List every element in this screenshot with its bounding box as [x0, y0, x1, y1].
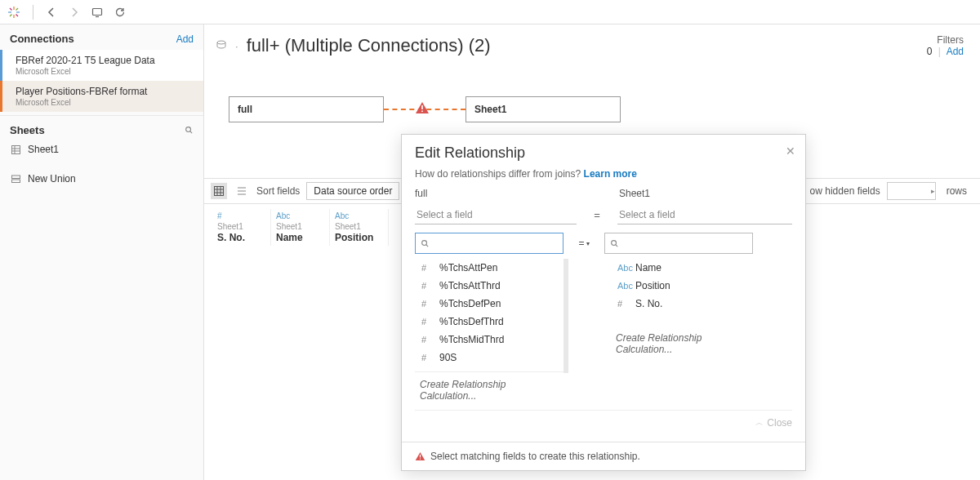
dialog-footer: Select matching fields to create this re… [402, 442, 805, 470]
svg-line-7 [16, 8, 19, 11]
hidden-fields-label: ow hidden fields [810, 185, 880, 197]
search-sheets-icon[interactable] [185, 126, 194, 135]
svg-rect-34 [420, 459, 421, 460]
create-calculation-right[interactable]: Create Relationship Calculation... [611, 326, 760, 358]
rows-label: rows [947, 185, 967, 197]
filters-label: Filters [927, 34, 964, 46]
back-button[interactable] [42, 2, 61, 22]
number-type-icon: # [617, 299, 629, 309]
sheet-item-sheet1[interactable]: Sheet1 [0, 140, 203, 159]
list-item[interactable]: AbcName [611, 259, 760, 277]
table-node-sheet1[interactable]: Sheet1 [466, 96, 621, 122]
create-calculation-left[interactable]: Create Relationship Calculation... [415, 371, 564, 405]
right-field-select[interactable]: Select a field [617, 206, 792, 224]
connection-name: Player Positions-FBRef format [16, 86, 194, 97]
filters-count: 0 [927, 46, 933, 57]
column-name[interactable]: Position [335, 232, 383, 243]
left-search-input[interactable] [430, 238, 558, 249]
number-type-icon: # [421, 263, 433, 273]
learn-more-link[interactable]: Learn more [584, 168, 637, 180]
search-icon [610, 239, 619, 248]
table-node-full[interactable]: full [229, 96, 384, 122]
close-row[interactable]: ︿ Close [415, 410, 792, 432]
datasource-icon [216, 40, 227, 51]
refresh-icon[interactable] [110, 2, 130, 22]
top-toolbar [0, 0, 980, 24]
tableau-logo-icon [7, 5, 21, 20]
add-connection-link[interactable]: Add [176, 33, 194, 45]
sheet-grid-icon [11, 145, 21, 154]
svg-line-6 [10, 14, 12, 16]
svg-rect-20 [421, 111, 423, 113]
filters-add-link[interactable]: Add [947, 46, 964, 57]
forward-button[interactable] [65, 2, 84, 22]
left-table-name: full [415, 188, 578, 199]
sort-order-select[interactable]: Data source order [306, 182, 399, 200]
datasource-title[interactable]: full+ (Multiple Connections) (2) [247, 35, 919, 56]
left-field-select[interactable]: Select a field [415, 206, 577, 224]
edit-relationship-dialog: ✕ Edit Relationship How do relationships… [401, 134, 806, 471]
list-item[interactable]: #90S [415, 349, 564, 367]
new-union-button[interactable]: New Union [0, 169, 203, 189]
grid-view-icon[interactable] [211, 183, 227, 199]
sheets-header: Sheets [0, 115, 203, 140]
column-name[interactable]: S. No. [217, 232, 265, 243]
search-icon [421, 239, 430, 248]
svg-point-18 [217, 41, 225, 44]
footer-warning-text: Select matching fields to create this re… [430, 451, 640, 462]
svg-rect-8 [93, 8, 102, 15]
list-item[interactable]: #%TchsAttPen [415, 259, 564, 277]
connection-type: Microsoft Excel [16, 67, 194, 76]
operator-dropdown[interactable]: =▾ [572, 238, 596, 249]
list-item[interactable]: #S. No. [611, 295, 760, 313]
left-search-box[interactable] [415, 233, 564, 254]
column-sheet: Sheet1 [217, 222, 265, 231]
connection-item-fbref[interactable]: FBRef 2020-21 T5 League Data Microsoft E… [0, 50, 203, 81]
right-search-box[interactable] [604, 233, 753, 254]
number-type-icon: # [421, 299, 433, 309]
list-item[interactable]: AbcPosition [611, 277, 760, 295]
sheet-label: Sheet1 [28, 144, 59, 155]
svg-rect-12 [12, 145, 20, 153]
dot-indicator: · [235, 40, 238, 52]
string-type-icon: Abc [617, 263, 629, 273]
screen-icon[interactable] [87, 2, 107, 22]
string-type-icon: Abc [335, 211, 383, 220]
list-item[interactable]: #%TchsDefThrd [415, 313, 564, 331]
number-type-icon: # [421, 317, 433, 327]
connection-item-player-positions[interactable]: Player Positions-FBRef format Microsoft … [0, 81, 203, 112]
right-search-input[interactable] [619, 238, 747, 249]
sheets-title: Sheets [10, 124, 45, 136]
column-sheet: Sheet1 [335, 222, 383, 231]
svg-rect-16 [12, 176, 20, 179]
rows-caret-icon[interactable]: ▸ [931, 187, 935, 195]
list-view-icon[interactable] [234, 183, 250, 199]
warning-triangle-icon [415, 101, 430, 114]
string-type-icon: Abc [276, 211, 324, 220]
column-name[interactable]: Name [276, 232, 324, 243]
connections-title: Connections [10, 33, 74, 45]
svg-rect-17 [12, 180, 20, 183]
string-type-icon: Abc [617, 281, 629, 291]
dialog-subtitle: How do relationships differ from joins? … [402, 168, 805, 188]
right-field-list: AbcName AbcPosition #S. No. Create Relat… [611, 259, 760, 405]
union-icon [11, 175, 21, 184]
dialog-close-icon[interactable]: ✕ [786, 144, 795, 158]
svg-line-30 [426, 244, 428, 246]
connection-name: FBRef 2020-21 T5 League Data [16, 55, 194, 66]
svg-rect-21 [215, 187, 224, 196]
svg-point-31 [612, 240, 617, 245]
datasource-title-row: · full+ (Multiple Connections) (2) Filte… [204, 24, 980, 64]
svg-point-29 [422, 240, 427, 245]
list-item[interactable]: #%TchsDefPen [415, 295, 564, 313]
left-field-list: #%TchsAttPen #%TchsAttThrd #%TchsDefPen … [415, 259, 564, 405]
scrollbar[interactable] [564, 259, 568, 373]
list-item[interactable]: #%TchsAttThrd [415, 277, 564, 295]
rows-input[interactable] [887, 182, 936, 200]
svg-line-11 [190, 131, 192, 133]
list-item[interactable]: #%TchsMidThrd [415, 331, 564, 349]
svg-line-4 [10, 8, 12, 11]
right-table-name: Sheet1 [619, 188, 792, 199]
warning-triangle-icon [415, 451, 425, 461]
chevron-up-icon: ︿ [755, 417, 764, 429]
